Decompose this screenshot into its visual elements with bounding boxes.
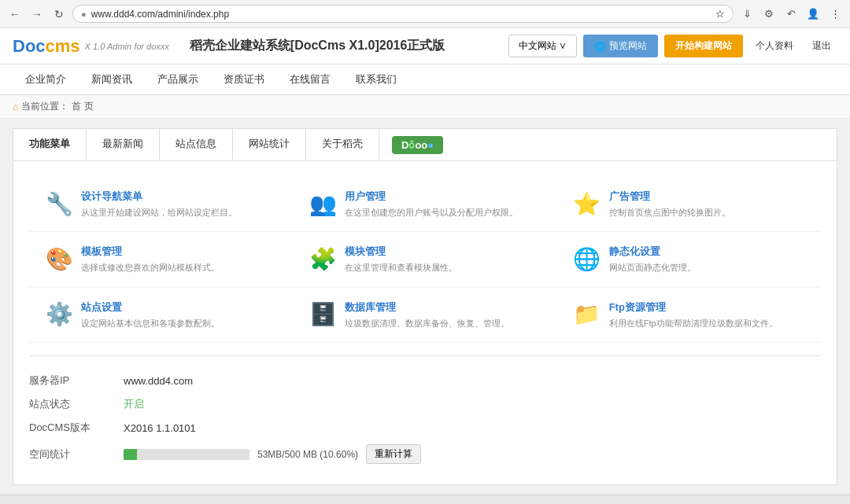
feature-static-config[interactable]: 🌐 静态化设置 网站页面静态化管理。 xyxy=(557,232,821,287)
feature-site-settings-text: 站点设置 设定网站基本信息和各项参数配制。 xyxy=(81,300,220,329)
security-icon: ● xyxy=(81,9,87,19)
breadcrumb: ⌂ 当前位置： 首 页 xyxy=(0,95,850,119)
nav-item-certs[interactable]: 资质证书 xyxy=(211,64,277,94)
history-icon[interactable]: ↶ xyxy=(782,6,800,23)
header-actions: 中文网站 ∨ 🌐 预览网站 开始构建网站 个人资料 退出 xyxy=(508,35,837,57)
feature-ad-mgmt[interactable]: ⭐ 广告管理 控制首页焦点图中的轮换图片。 xyxy=(557,177,821,232)
feature-module-mgmt[interactable]: 🧩 模块管理 在这里管理和查看模块属性。 xyxy=(293,232,556,287)
feature-site-settings[interactable]: ⚙️ 站点设置 设定网站基本信息和各项参数配制。 xyxy=(29,288,293,343)
version-value: X2016 1.1.0101 xyxy=(124,422,196,434)
url-input[interactable] xyxy=(91,9,711,20)
main-content: 功能菜单 最新新闻 站点信息 网站统计 关于稻壳 Dǒoo● 🔧 设计导航菜单 … xyxy=(0,119,850,495)
home-icon: ⌂ xyxy=(13,101,18,112)
status-label: 站点状态 xyxy=(29,397,124,411)
status-value: 开启 xyxy=(124,397,144,411)
main-panel: 🔧 设计导航菜单 从这里开始建设网站，给网站设定栏目。 👥 用户管理 在这里创建… xyxy=(13,160,837,485)
feature-user-mgmt[interactable]: 👥 用户管理 在这里创建您的用户账号以及分配用户权限。 xyxy=(293,177,556,232)
server-info-table: 服务器IP www.ddd4.com 站点状态 开启 DocCMS版本 X201… xyxy=(29,355,821,469)
preview-button[interactable]: 🌐 预览网站 xyxy=(583,35,658,57)
template-mgmt-icon: 🎨 xyxy=(45,245,73,273)
tab-pill: Dǒoo● xyxy=(392,136,443,154)
logout-button[interactable]: 退出 xyxy=(806,35,837,57)
info-row-version: DocCMS版本 X2016 1.1.0101 xyxy=(29,416,821,440)
site-footer: Doccms 稻壳企业建站系统[DocCms X1.0]2016正式版 - © … xyxy=(0,495,850,504)
tab-about[interactable]: 关于稻壳 xyxy=(306,129,379,160)
browser-toolbar: ← → ↻ ● ☆ ⇓ ⚙ ↶ 👤 ⋮ xyxy=(0,0,850,28)
progress-fill xyxy=(124,449,137,460)
ad-mgmt-icon: ⭐ xyxy=(573,189,601,218)
logo-doc: Doc xyxy=(13,36,46,57)
build-button[interactable]: 开始构建网站 xyxy=(664,35,743,57)
feature-ftp-mgmt[interactable]: 📁 Ftp资源管理 利用在线Ftp功能帮助清理垃圾数据和文件。 xyxy=(557,288,821,343)
breadcrumb-page: 首 页 xyxy=(72,100,93,113)
ftp-mgmt-icon: 📁 xyxy=(573,300,601,329)
feature-nav-design[interactable]: 🔧 设计导航菜单 从这里开始建设网站，给网站设定栏目。 xyxy=(29,177,293,232)
extensions-icon[interactable]: ⚙ xyxy=(760,6,778,23)
browser-chrome: ← → ↻ ● ☆ ⇓ ⚙ ↶ 👤 ⋮ xyxy=(0,0,850,28)
site-nav: 企业简介 新闻资讯 产品展示 资质证书 在线留言 联系我们 xyxy=(0,64,850,95)
logo-mark: Doccms xyxy=(13,36,80,57)
recalc-button[interactable]: 重新计算 xyxy=(366,444,421,464)
globe-icon: 🌐 xyxy=(594,41,606,52)
ip-value: www.ddd4.com xyxy=(124,375,193,387)
forward-button[interactable]: → xyxy=(28,6,46,23)
feature-template-mgmt[interactable]: 🎨 模板管理 选择或修改您喜欢的网站模板样式。 xyxy=(29,232,293,287)
tab-stats[interactable]: 网站统计 xyxy=(233,129,306,160)
module-mgmt-icon: 🧩 xyxy=(309,245,337,273)
tab-bar: 功能菜单 最新新闻 站点信息 网站统计 关于稻壳 Dǒoo● xyxy=(13,128,837,160)
profile-button[interactable]: 个人资料 xyxy=(749,35,800,57)
info-row-ip: 服务器IP www.ddd4.com xyxy=(29,369,821,392)
feature-template-mgmt-text: 模板管理 选择或修改您喜欢的网站模板样式。 xyxy=(81,245,220,274)
nav-item-contact[interactable]: 联系我们 xyxy=(343,64,409,94)
nav-item-news[interactable]: 新闻资讯 xyxy=(79,64,145,94)
nav-item-products[interactable]: 产品展示 xyxy=(145,64,211,94)
feature-db-mgmt[interactable]: 🗄️ 数据库管理 垃圾数据清理、数据库备份、恢复、管理。 xyxy=(293,288,556,343)
db-mgmt-icon: 🗄️ xyxy=(309,300,337,329)
star-icon[interactable]: ☆ xyxy=(715,8,725,20)
logo-cms: cms xyxy=(46,36,80,57)
profile-icon[interactable]: 👤 xyxy=(804,6,822,23)
user-mgmt-icon: 👥 xyxy=(309,189,337,218)
tab-siteinfo[interactable]: 站点信息 xyxy=(160,129,233,160)
ip-label: 服务器IP xyxy=(29,373,124,388)
refresh-button[interactable]: ↻ xyxy=(50,6,68,23)
address-bar[interactable]: ● ☆ xyxy=(72,5,734,23)
feature-db-mgmt-text: 数据库管理 垃圾数据清理、数据库备份、恢复、管理。 xyxy=(345,300,509,329)
breadcrumb-prefix: 当前位置： xyxy=(21,100,68,113)
back-button[interactable]: ← xyxy=(6,6,24,23)
lang-button[interactable]: 中文网站 ∨ xyxy=(508,35,577,57)
feature-module-mgmt-text: 模块管理 在这里管理和查看模块属性。 xyxy=(345,245,457,274)
version-label: DocCMS版本 xyxy=(29,421,124,435)
tab-logo[interactable]: Dǒoo● xyxy=(379,129,456,160)
space-label: 空间统计 xyxy=(29,447,124,462)
menu-icon[interactable]: ⋮ xyxy=(826,6,844,23)
feature-static-config-text: 静态化设置 网站页面静态化管理。 xyxy=(609,245,696,274)
nav-item-message[interactable]: 在线留言 xyxy=(277,64,343,94)
nav-design-icon: 🔧 xyxy=(45,189,73,218)
feature-ftp-mgmt-text: Ftp资源管理 利用在线Ftp功能帮助清理垃圾数据和文件。 xyxy=(609,300,778,329)
info-row-space: 空间统计 53MB/500 MB (10.60%) 重新计算 xyxy=(29,440,821,469)
progress-bar xyxy=(124,449,249,460)
info-row-status: 站点状态 开启 xyxy=(29,392,821,416)
space-progress-container: 53MB/500 MB (10.60%) 重新计算 xyxy=(124,444,421,464)
feature-ad-mgmt-text: 广告管理 控制首页焦点图中的轮换图片。 xyxy=(609,189,730,219)
site-logo: Doccms X 1.0 Admin for doxxx 稻壳企业建站系统[Do… xyxy=(13,36,445,57)
site-header: Doccms X 1.0 Admin for doxxx 稻壳企业建站系统[Do… xyxy=(0,28,850,64)
downloads-icon[interactable]: ⇓ xyxy=(738,6,756,23)
feature-nav-design-text: 设计导航菜单 从这里开始建设网站，给网站设定栏目。 xyxy=(81,189,237,219)
tab-features[interactable]: 功能菜单 xyxy=(13,129,87,160)
feature-user-mgmt-text: 用户管理 在这里创建您的用户账号以及分配用户权限。 xyxy=(345,189,518,219)
logo-version: X 1.0 Admin for doxxx xyxy=(85,42,169,51)
nav-item-about[interactable]: 企业简介 xyxy=(13,64,79,94)
site-title: 稻壳企业建站系统[DocCms X1.0]2016正式版 xyxy=(190,38,445,54)
tab-news[interactable]: 最新新闻 xyxy=(87,129,160,160)
site-settings-icon: ⚙️ xyxy=(45,300,73,329)
static-config-icon: 🌐 xyxy=(573,245,601,273)
tab-pill-text: Dǒoo● xyxy=(401,139,434,151)
progress-text: 53MB/500 MB (10.60%) xyxy=(257,449,358,460)
feature-grid: 🔧 设计导航菜单 从这里开始建设网站，给网站设定栏目。 👥 用户管理 在这里创建… xyxy=(29,177,821,343)
